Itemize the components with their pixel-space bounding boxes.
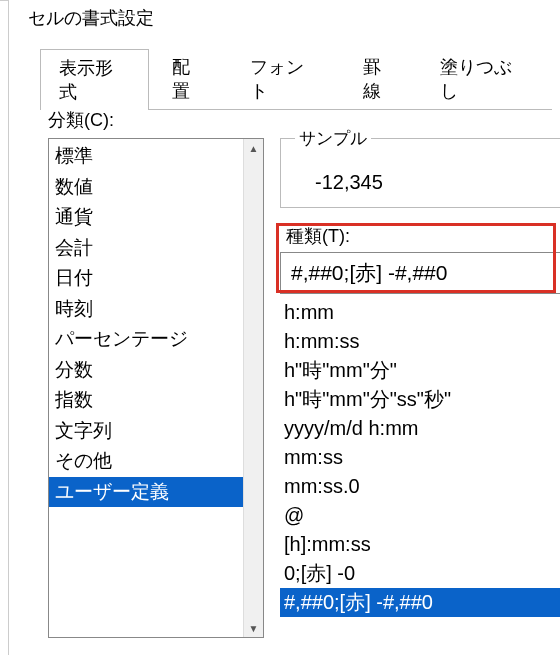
tab-number-format[interactable]: 表示形式 [40,49,149,110]
category-items: 標準数値通貨会計日付時刻パーセンテージ分数指数文字列その他ユーザー定義 [49,139,243,637]
tab-bar: 表示形式 配置 フォント 罫線 塗りつぶし [40,48,552,110]
type-item[interactable]: 0;[赤] -0 [280,559,560,588]
scrollbar[interactable]: ▲ ▼ [243,139,263,637]
scroll-down-icon[interactable]: ▼ [244,619,263,637]
category-label: 分類(C): [48,108,114,132]
dialog-title: セルの書式設定 [28,6,154,30]
category-item[interactable]: 会計 [49,233,243,264]
sample-label: サンプル [295,127,371,150]
category-item[interactable]: その他 [49,446,243,477]
type-item[interactable]: #,##0;[赤] -#,##0 [280,588,560,617]
tab-fill[interactable]: 塗りつぶし [421,48,548,109]
category-item[interactable]: 標準 [49,141,243,172]
category-item[interactable]: 文字列 [49,416,243,447]
type-listbox[interactable]: h:mmh:mm:ssh"時"mm"分"h"時"mm"分"ss"秒"yyyy/m… [280,298,560,617]
tab-alignment[interactable]: 配置 [153,48,227,109]
category-item[interactable]: 通貨 [49,202,243,233]
type-item[interactable]: yyyy/m/d h:mm [280,414,560,443]
type-input[interactable] [280,252,560,294]
type-item[interactable]: h:mm:ss [280,327,560,356]
sample-value: -12,345 [315,171,383,194]
type-item[interactable]: mm:ss.0 [280,472,560,501]
type-item[interactable]: h"時"mm"分" [280,356,560,385]
category-item[interactable]: ユーザー定義 [49,477,243,508]
category-listbox[interactable]: 標準数値通貨会計日付時刻パーセンテージ分数指数文字列その他ユーザー定義 ▲ ▼ [48,138,264,638]
type-label: 種類(T): [280,224,560,248]
type-item[interactable]: @ [280,501,560,530]
tab-border[interactable]: 罫線 [344,48,418,109]
type-item[interactable]: mm:ss [280,443,560,472]
category-item[interactable]: パーセンテージ [49,324,243,355]
sample-box: サンプル -12,345 [280,138,560,208]
type-item[interactable]: h:mm [280,298,560,327]
category-item[interactable]: 指数 [49,385,243,416]
category-item[interactable]: 日付 [49,263,243,294]
scroll-up-icon[interactable]: ▲ [244,139,263,157]
category-item[interactable]: 分数 [49,355,243,386]
type-item[interactable]: [h]:mm:ss [280,530,560,559]
category-item[interactable]: 時刻 [49,294,243,325]
type-item[interactable]: h"時"mm"分"ss"秒" [280,385,560,414]
category-item[interactable]: 数値 [49,172,243,203]
tab-font[interactable]: フォント [231,48,340,109]
